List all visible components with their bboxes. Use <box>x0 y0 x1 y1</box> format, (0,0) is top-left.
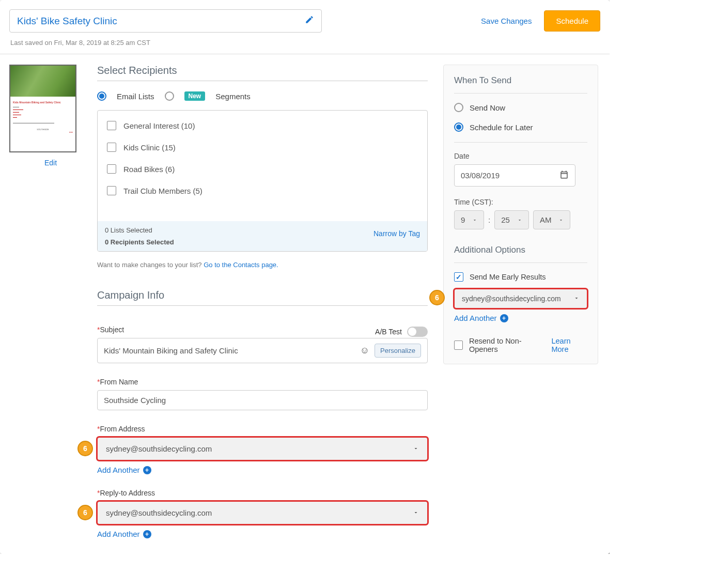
recipients-selected-text: 0 Recipients Selected <box>105 238 420 246</box>
contacts-page-link[interactable]: Go to the Contacts page. <box>204 261 278 269</box>
hour-select[interactable]: 9 <box>454 210 484 229</box>
learn-more-link[interactable]: Learn More <box>551 337 587 353</box>
radio-send-now[interactable] <box>454 103 463 112</box>
chevron-down-icon <box>573 295 580 303</box>
list-checkbox[interactable] <box>107 143 116 152</box>
list-item: Kids Clinic (15) <box>107 143 418 152</box>
edit-title-icon[interactable] <box>305 15 314 27</box>
early-results-email-value: sydney@southsidecycling.com <box>462 295 561 303</box>
email-lists-box: General Interest (10) Kids Clinic (15) R… <box>97 110 428 252</box>
from-address-value: sydney@southsidecycling.com <box>106 444 212 453</box>
calendar-icon <box>559 170 569 181</box>
early-results-checkbox[interactable] <box>454 272 463 282</box>
save-changes-link[interactable]: Save Changes <box>481 17 532 25</box>
schedule-later-label: Schedule for Later <box>470 123 533 132</box>
plus-circle-icon: + <box>500 314 508 322</box>
additional-options-heading: Additional Options <box>454 245 587 255</box>
last-saved-text: Last saved on Fri, Mar 8, 2019 at 8:25 a… <box>0 39 610 54</box>
add-another-reply-to[interactable]: Add Another+ <box>97 530 151 538</box>
reply-to-label: Reply-to Address <box>97 489 428 497</box>
plus-circle-icon: + <box>143 466 151 474</box>
from-name-label: From Name <box>97 378 428 386</box>
new-badge: New <box>184 91 206 101</box>
list-label: Road Bikes (6) <box>123 165 175 174</box>
subject-input-row: Kids' Mountain Biking and Safety Clinic … <box>97 338 428 363</box>
email-preview-thumbnail[interactable]: Kids Mountain Biking and Safety Clinic ▬… <box>9 65 76 152</box>
early-results-label: Send Me Early Results <box>470 273 546 281</box>
list-item: General Interest (10) <box>107 121 418 130</box>
plus-circle-icon: + <box>143 530 151 538</box>
minute-select[interactable]: 25 <box>494 210 529 229</box>
when-to-send-heading: When To Send <box>454 75 587 86</box>
campaign-title: Kids' Bike Safety Clinic <box>17 16 117 27</box>
subject-label: Subject <box>97 326 124 334</box>
chevron-down-icon <box>413 444 419 453</box>
ab-test-label: A/B Test <box>375 328 402 336</box>
campaign-title-input[interactable]: Kids' Bike Safety Clinic <box>9 9 322 33</box>
list-checkbox[interactable] <box>107 121 116 130</box>
step-marker-6: 6 <box>77 505 93 520</box>
select-recipients-heading: Select Recipients <box>97 65 428 76</box>
list-item: Trail Club Members (5) <box>107 186 418 195</box>
contacts-hint: Want to make changes to your list? Go to… <box>97 261 428 269</box>
chevron-down-icon <box>517 215 522 224</box>
from-address-label: From Address <box>97 425 428 433</box>
date-label: Date <box>454 152 587 160</box>
email-lists-label: Email Lists <box>117 92 154 101</box>
ampm-select[interactable]: AM <box>533 210 571 229</box>
from-name-input-row: Southside Cycling <box>97 390 428 410</box>
date-input[interactable]: 03/08/2019 <box>454 164 575 187</box>
personalize-button[interactable]: Personalize <box>375 344 421 358</box>
radio-email-lists[interactable] <box>97 91 106 101</box>
campaign-info-heading: Campaign Info <box>97 289 428 301</box>
schedule-button[interactable]: Schedule <box>544 10 600 32</box>
reply-to-value: sydney@southsidecycling.com <box>106 508 212 517</box>
subject-input[interactable]: Kids' Mountain Biking and Safety Clinic <box>104 346 355 355</box>
from-address-select[interactable]: sydney@southsidecycling.com <box>97 437 428 460</box>
step-marker-6: 6 <box>77 441 93 456</box>
list-item: Road Bikes (6) <box>107 164 418 174</box>
chevron-down-icon <box>472 215 477 224</box>
list-label: Kids Clinic (15) <box>123 143 176 152</box>
from-name-input[interactable]: Southside Cycling <box>104 396 421 405</box>
emoji-icon[interactable]: ☺ <box>360 345 369 356</box>
list-checkbox[interactable] <box>107 164 116 174</box>
time-colon: : <box>488 216 490 224</box>
add-another-from-address[interactable]: Add Another+ <box>97 466 151 474</box>
narrow-by-tag-link[interactable]: Narrow by Tag <box>373 229 420 238</box>
date-value: 03/08/2019 <box>461 171 500 180</box>
early-results-email-select[interactable]: sydney@southsidecycling.com <box>454 289 587 308</box>
list-checkbox[interactable] <box>107 186 116 195</box>
send-now-label: Send Now <box>470 103 505 112</box>
resend-checkbox[interactable] <box>454 341 463 350</box>
radio-segments[interactable] <box>165 91 174 101</box>
list-label: General Interest (10) <box>123 121 195 130</box>
list-label: Trail Club Members (5) <box>123 187 202 195</box>
ab-test-toggle[interactable] <box>407 327 428 337</box>
lists-selected-text: 0 Lists Selected <box>105 226 420 234</box>
chevron-down-icon <box>558 215 564 224</box>
chevron-down-icon <box>413 508 419 517</box>
edit-email-link[interactable]: Edit <box>9 159 92 167</box>
resend-label: Resend to Non-Openers <box>469 337 545 353</box>
reply-to-select[interactable]: sydney@southsidecycling.com <box>97 501 428 524</box>
radio-schedule-later[interactable] <box>454 122 463 132</box>
segments-label: Segments <box>215 92 251 101</box>
add-another-early-email[interactable]: Add Another+ <box>454 314 508 322</box>
time-label: Time (CST): <box>454 198 587 206</box>
step-marker-6: 6 <box>429 290 445 305</box>
